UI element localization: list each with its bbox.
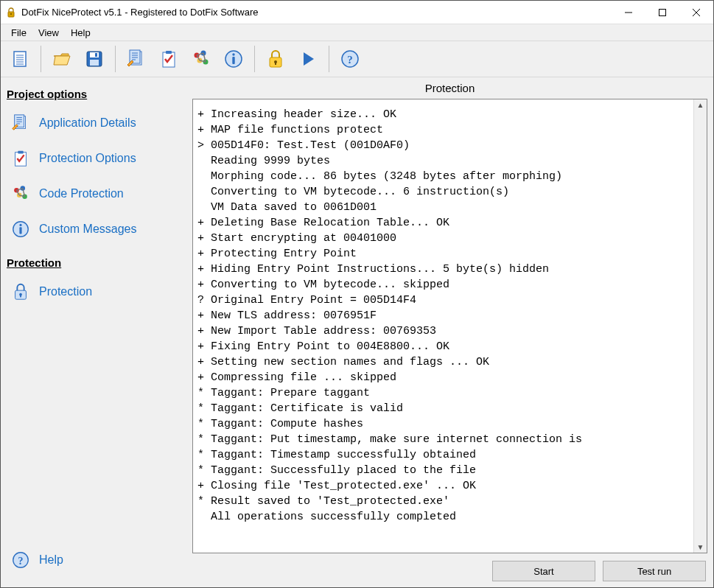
log-output[interactable]: + Increasing header size... OK + MAP fil… (193, 99, 693, 553)
svg-rect-27 (18, 151, 23, 154)
clipboard-check-icon (10, 149, 32, 168)
toolbar-separator (41, 46, 41, 72)
main-area: Project options Application Details (1, 77, 713, 587)
app-window: DotFix NiceProtect v5.1 - Registered to … (0, 0, 714, 588)
app-icon (5, 7, 17, 18)
toolbar-custom-messages-button[interactable] (219, 44, 248, 74)
titlebar: DotFix NiceProtect v5.1 - Registered to … (1, 1, 713, 24)
close-button[interactable] (679, 1, 713, 24)
menu-view[interactable]: View (32, 26, 65, 40)
svg-rect-11 (166, 51, 172, 54)
maximize-button[interactable] (645, 1, 679, 24)
sidebar-heading-project: Project options (7, 88, 186, 100)
svg-rect-37 (20, 295, 21, 298)
svg-rect-18 (232, 57, 234, 64)
svg-rect-7 (95, 53, 97, 57)
sidebar-item-protection-options[interactable]: Protection Options (7, 143, 186, 178)
help-icon: ? (10, 550, 32, 570)
toolbar-protection-button[interactable] (261, 44, 290, 74)
log-panel: + Increasing header size... OK + MAP fil… (192, 99, 707, 553)
sidebar-item-custom-messages[interactable]: Custom Messages (7, 214, 186, 249)
document-pencil-icon (10, 113, 32, 133)
lock-icon (10, 282, 32, 301)
svg-text:?: ? (18, 556, 24, 567)
nodes-icon (10, 184, 32, 203)
svg-rect-2 (659, 9, 666, 15)
toolbar-separator (115, 46, 116, 72)
toolbar-protection-options-button[interactable] (154, 44, 183, 74)
menubar: File View Help (1, 24, 713, 41)
button-row: Start Test run (192, 553, 707, 581)
scrollbar[interactable]: ▲ ▼ (693, 99, 707, 553)
content-area: Protection + Increasing header size... O… (192, 77, 713, 587)
scroll-up-icon[interactable]: ▲ (697, 101, 704, 109)
toolbar: ? (1, 41, 713, 77)
svg-rect-6 (90, 60, 99, 66)
info-icon (10, 220, 32, 239)
svg-point-33 (19, 224, 21, 226)
toolbar-separator (254, 46, 255, 72)
svg-point-1 (10, 13, 12, 15)
sidebar-item-code-protection[interactable]: Code Protection (7, 178, 186, 214)
toolbar-new-button[interactable] (5, 44, 35, 74)
sidebar-heading-protection: Protection (7, 256, 186, 269)
menu-file[interactable]: File (5, 26, 32, 40)
start-button[interactable]: Start (492, 561, 595, 581)
sidebar-item-help[interactable]: ? Help (7, 545, 186, 580)
content-title: Protection (192, 77, 707, 99)
menu-help[interactable]: Help (65, 26, 97, 40)
toolbar-app-details-button[interactable] (122, 44, 151, 74)
sidebar-item-label: Protection (39, 285, 92, 298)
toolbar-separator (329, 46, 329, 72)
sidebar-item-label: Help (39, 553, 63, 567)
toolbar-code-protection-button[interactable] (186, 44, 216, 74)
svg-rect-21 (275, 62, 276, 65)
toolbar-help-button[interactable]: ? (335, 44, 365, 74)
window-title: DotFix NiceProtect v5.1 - Registered to … (21, 7, 612, 18)
sidebar-item-label: Code Protection (39, 187, 124, 200)
sidebar-item-label: Protection Options (39, 152, 136, 165)
test-run-button[interactable]: Test run (603, 561, 706, 581)
sidebar-item-label: Custom Messages (39, 223, 137, 236)
sidebar-item-protection[interactable]: Protection (7, 276, 186, 312)
sidebar-item-app-details[interactable]: Application Details (7, 108, 186, 143)
sidebar: Project options Application Details (1, 77, 192, 587)
svg-text:?: ? (347, 54, 353, 66)
svg-point-17 (232, 53, 234, 55)
svg-rect-5 (90, 52, 99, 57)
minimize-button[interactable] (612, 1, 645, 24)
scroll-down-icon[interactable]: ▼ (697, 543, 704, 551)
toolbar-run-button[interactable] (293, 44, 323, 74)
toolbar-save-button[interactable] (80, 44, 109, 74)
svg-rect-34 (19, 227, 21, 234)
toolbar-open-button[interactable] (47, 44, 77, 74)
sidebar-item-label: Application Details (39, 116, 136, 130)
